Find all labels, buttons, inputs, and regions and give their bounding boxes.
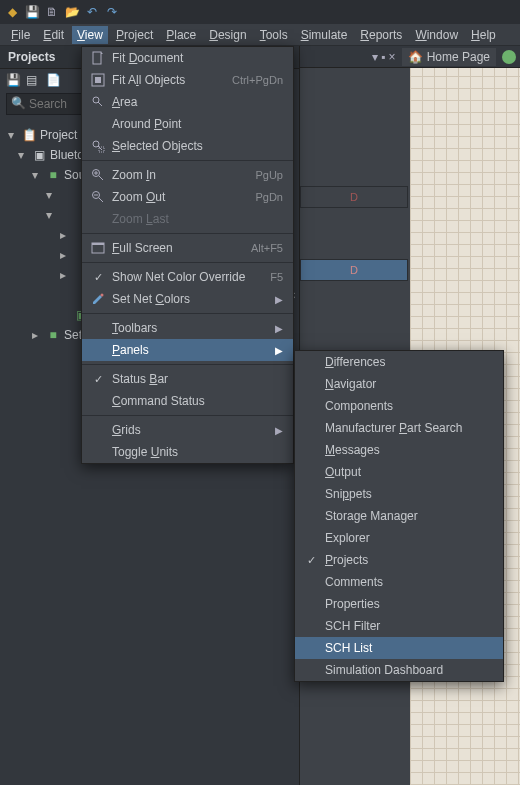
menu-window[interactable]: Window [410,26,463,44]
check-icon: ✓ [88,373,108,386]
menu-item-label: Command Status [108,394,283,408]
tab-home[interactable]: 🏠 Home Page [402,48,496,66]
open-icon[interactable]: 📂 [64,4,80,20]
search-icon: 🔍 [11,96,26,110]
save-icon[interactable]: 💾 [24,4,40,20]
panel-item-manufacturer-part-search[interactable]: Manufacturer Part Search [295,417,503,439]
menu-item-label: Differences [321,355,493,369]
menu-item-label: Properties [321,597,493,611]
menu-simulate[interactable]: Simulate [296,26,353,44]
menu-item-label: Components [321,399,493,413]
svg-line-13 [99,198,103,202]
menu-item-label: Toggle Units [108,445,283,459]
panel-item-projects[interactable]: ✓Projects [295,549,503,571]
panel-item-simulation-dashboard[interactable]: Simulation Dashboard [295,659,503,681]
panel-item-differences[interactable]: Differences [295,351,503,373]
panel-item-output[interactable]: Output [295,461,503,483]
expand-icon[interactable]: ▾ [32,166,42,184]
menu-item-set-net-colors[interactable]: Set Net Colors▶ [82,288,293,310]
menu-edit[interactable]: Edit [38,26,69,44]
pencil-icon [88,292,108,306]
submenu-arrow-icon: ▶ [265,425,283,436]
expand-icon[interactable]: ▸ [60,246,70,264]
menu-item-zoom-out[interactable]: Zoom OutPgDn [82,186,293,208]
menu-item-full-screen[interactable]: Full ScreenAlt+F5 [82,237,293,259]
save-all-icon[interactable]: 🗎 [44,4,60,20]
menu-place[interactable]: Place [161,26,201,44]
menu-file[interactable]: File [6,26,35,44]
panel-item-snippets[interactable]: Snippets [295,483,503,505]
panel-item-sch-filter[interactable]: SCH Filter [295,615,503,637]
menu-reports[interactable]: Reports [355,26,407,44]
undo-icon[interactable]: ↶ [84,4,100,20]
menu-item-label: Comments [321,575,493,589]
menu-item-label: Storage Manager [321,509,493,523]
panel-item-properties[interactable]: Properties [295,593,503,615]
tree-icon: 📋 [22,126,36,144]
menu-help[interactable]: Help [466,26,501,44]
menu-item-panels[interactable]: Panels▶ [82,339,293,361]
tab-options-icon[interactable]: ▾ ▪ × [372,50,396,64]
menu-item-command-status[interactable]: Command Status [82,390,293,412]
app-icon: ◆ [4,4,20,20]
redo-icon[interactable]: ↷ [104,4,120,20]
expand-icon[interactable]: ▾ [8,126,18,144]
panel-item-storage-manager[interactable]: Storage Manager [295,505,503,527]
file-icon[interactable]: 📄 [46,73,60,87]
menu-item-status-bar[interactable]: ✓Status Bar [82,368,293,390]
titlebar: ◆ 💾 🗎 📂 ↶ ↷ [0,0,520,24]
fullscreen-icon [88,241,108,255]
menu-item-label: Area [108,95,283,109]
menu-item-label: Selected Objects [108,139,283,153]
menu-item-fit-document[interactable]: Fit Document [82,47,293,69]
menu-item-show-net-color-override[interactable]: ✓Show Net Color OverrideF5 [82,266,293,288]
menu-item-fit-all-objects[interactable]: Fit All ObjectsCtrl+PgDn [82,69,293,91]
menu-item-toolbars[interactable]: Toolbars▶ [82,317,293,339]
menu-item-label: Fit All Objects [108,73,212,87]
svg-rect-0 [93,52,101,64]
menu-item-around-point[interactable]: Around Point [82,113,293,135]
panel-item-messages[interactable]: Messages [295,439,503,461]
menu-item-selected-objects[interactable]: Selected Objects [82,135,293,157]
menu-item-grids[interactable]: Grids▶ [82,419,293,441]
sheet-icon[interactable]: ▤ [26,73,40,87]
menu-item-label: Explorer [321,531,493,545]
menu-separator [82,364,293,365]
menu-shortcut: F5 [250,271,283,283]
menu-view[interactable]: View [72,26,108,44]
menu-project[interactable]: Project [111,26,158,44]
expand-icon[interactable]: ▸ [60,266,70,284]
submenu-arrow-icon: ▶ [265,294,283,305]
menu-item-toggle-units[interactable]: Toggle Units [82,441,293,463]
tree-icon: ■ [46,166,60,184]
menu-item-zoom-in[interactable]: Zoom InPgUp [82,164,293,186]
expand-icon[interactable]: ▾ [46,186,56,204]
svg-line-9 [99,176,103,180]
menu-item-label: Grids [108,423,265,437]
expand-icon[interactable]: ▾ [46,206,56,224]
menu-item-label: Panels [108,343,265,357]
tab-home-label: Home Page [427,50,490,64]
panel-item-sch-list[interactable]: SCH List [295,637,503,659]
view-menu-dropdown: Fit DocumentFit All ObjectsCtrl+PgDnArea… [81,46,294,464]
tree-icon: ■ [46,326,60,344]
menu-item-label: Projects [321,553,493,567]
menu-tools[interactable]: Tools [255,26,293,44]
expand-icon[interactable]: ▾ [18,146,28,164]
panel-item-navigator[interactable]: Navigator [295,373,503,395]
disk-icon[interactable]: 💾 [6,73,20,87]
expand-icon[interactable]: ▸ [60,226,70,244]
user-icon[interactable] [502,50,516,64]
expand-icon[interactable]: ▸ [32,326,42,344]
svg-line-4 [98,102,102,106]
svg-point-17 [101,294,104,297]
menu-design[interactable]: Design [204,26,251,44]
menu-item-label: SCH Filter [321,619,493,633]
d-label-2: D [300,259,408,281]
panel-item-explorer[interactable]: Explorer [295,527,503,549]
menu-separator [82,415,293,416]
panel-item-comments[interactable]: Comments [295,571,503,593]
menu-item-area[interactable]: Area [82,91,293,113]
menu-separator [82,233,293,234]
panel-item-components[interactable]: Components [295,395,503,417]
